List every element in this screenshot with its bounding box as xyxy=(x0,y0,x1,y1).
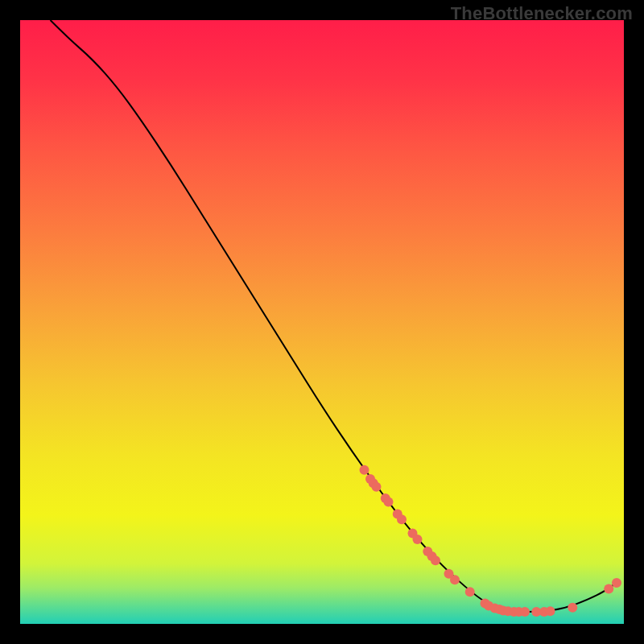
scatter-point xyxy=(546,606,555,616)
scatter-point xyxy=(520,607,530,617)
scatter-point xyxy=(568,603,577,613)
scatter-point xyxy=(372,482,382,492)
scatter-point xyxy=(431,555,440,565)
scatter-point xyxy=(413,535,423,544)
scatter-point xyxy=(604,584,613,594)
chart-svg xyxy=(20,20,624,624)
watermark-label: TheBottlenecker.com xyxy=(451,3,633,24)
chart-stage: TheBottlenecker.com xyxy=(0,0,644,644)
scatter-point xyxy=(397,514,407,524)
scatter-point xyxy=(612,578,621,588)
gradient-background xyxy=(20,20,624,624)
scatter-point xyxy=(450,575,460,584)
plot-area xyxy=(20,20,624,624)
scatter-point xyxy=(384,497,394,507)
scatter-point xyxy=(465,587,475,597)
scatter-point xyxy=(360,465,369,475)
